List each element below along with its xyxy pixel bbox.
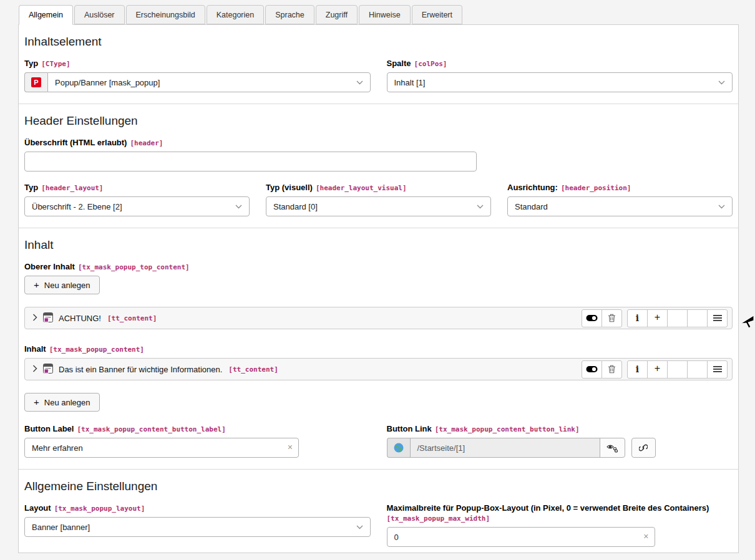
toggle-on-icon bbox=[586, 314, 598, 322]
tab-kategorien[interactable]: Kategorien bbox=[207, 5, 264, 24]
record-title[interactable]: Das ist ein Banner für wichtige Informat… bbox=[59, 365, 222, 374]
tab-ausloeser[interactable]: Auslöser bbox=[74, 5, 125, 24]
record-row-achtung: ACHTUNG! [tt_content] i + bbox=[24, 307, 733, 329]
tab-hinweise[interactable]: Hinweise bbox=[359, 5, 411, 24]
colpos-select[interactable]: Inhalt [1] bbox=[387, 72, 733, 92]
header-position-select[interactable]: Standard bbox=[507, 196, 733, 216]
section-heading: Allgemeine Einstellungen bbox=[24, 480, 733, 493]
chevron-down-icon bbox=[718, 205, 725, 209]
field-label: Layout bbox=[24, 503, 51, 513]
info-button[interactable]: i bbox=[627, 309, 648, 327]
empty-action-button bbox=[687, 360, 708, 379]
new-record-button-label: Neu anlegen bbox=[44, 398, 90, 407]
field-header-position: Ausrichtung:[header_position] Standard bbox=[507, 183, 733, 216]
field-code: [tx_mask_popup_layout] bbox=[54, 504, 145, 513]
chevron-down-icon bbox=[356, 80, 363, 85]
section-heading: Header Einstellungen bbox=[24, 114, 733, 128]
button-label-input[interactable] bbox=[24, 438, 299, 458]
field-code: [header] bbox=[130, 139, 163, 147]
field-label: Überschrift (HTML erlaubt) bbox=[24, 138, 127, 147]
section-inhaltselement: Inhaltselement Typ[CType] P Popup/Banner… bbox=[19, 25, 738, 104]
field-ctype: Typ[CType] P Popup/Banner [mask_popup] bbox=[24, 59, 371, 92]
field-code: [tx_mask_popup_content_button_label] bbox=[77, 425, 225, 433]
section-heading: Inhaltselement bbox=[24, 35, 733, 49]
field-code: [colPos] bbox=[414, 60, 447, 68]
section-header-einstellungen: Header Einstellungen Überschrift (HTML e… bbox=[19, 104, 738, 228]
tab-zugriff[interactable]: Zugriff bbox=[316, 5, 358, 24]
clear-icon[interactable]: × bbox=[288, 442, 293, 452]
field-label: Typ bbox=[24, 183, 38, 192]
record-table-code: [tt_content] bbox=[107, 314, 157, 322]
max-width-input[interactable] bbox=[387, 527, 655, 547]
link-icon bbox=[639, 443, 648, 452]
add-button[interactable]: + bbox=[647, 360, 668, 379]
new-record-button-label: Neu anlegen bbox=[44, 281, 90, 290]
menu-icon bbox=[713, 315, 722, 321]
field-label: Ausrichtung: bbox=[507, 183, 558, 192]
header-input[interactable] bbox=[24, 152, 477, 171]
layout-select-value: Banner [banner] bbox=[32, 523, 90, 532]
eye-link-icon bbox=[606, 443, 618, 453]
tab-erweitert[interactable]: Erweitert bbox=[412, 5, 462, 24]
header-layout-select[interactable]: Überschrift - 2. Ebene [2] bbox=[24, 196, 250, 216]
toggle-on-icon bbox=[586, 365, 598, 373]
new-record-button-main[interactable]: + Neu anlegen bbox=[24, 393, 100, 412]
field-button-link: Button Link[tx_mask_popup_content_button… bbox=[387, 424, 733, 458]
field-header-layout-visual: Typ (visuell)[header_layout_visual] Stan… bbox=[266, 183, 491, 216]
mouse-cursor bbox=[739, 314, 754, 331]
record-title[interactable]: ACHTUNG! bbox=[59, 314, 101, 323]
field-code: [tx_mask_popup_max_width] bbox=[387, 514, 733, 523]
content-record-icon bbox=[43, 364, 53, 375]
new-record-button-top[interactable]: + Neu anlegen bbox=[24, 276, 100, 294]
field-code: [header_layout_visual] bbox=[316, 184, 407, 192]
field-label: Oberer Inhalt bbox=[24, 262, 75, 271]
button-link-input[interactable]: /Startseite/[1] bbox=[410, 438, 600, 458]
trash-icon bbox=[608, 314, 616, 322]
drag-handle-button[interactable] bbox=[707, 309, 728, 327]
tab-erscheinungsbild[interactable]: Erscheinungsbild bbox=[126, 5, 205, 24]
chevron-down-icon bbox=[356, 525, 363, 529]
field-label: Button Link bbox=[387, 424, 432, 433]
section-inhalt: Inhalt Oberer Inhalt[tx_mask_popup_top_c… bbox=[19, 228, 738, 469]
delete-button[interactable] bbox=[602, 360, 622, 379]
field-layout: Layout[tx_mask_popup_layout] Banner [ban… bbox=[24, 503, 371, 547]
tab-sprache[interactable]: Sprache bbox=[265, 5, 314, 24]
empty-action-button bbox=[687, 309, 708, 327]
link-browser-button[interactable] bbox=[631, 438, 656, 458]
field-colpos: Spalte[colPos] Inhalt [1] bbox=[387, 59, 733, 92]
trash-icon bbox=[608, 365, 616, 374]
field-label: Typ bbox=[24, 59, 38, 68]
empty-action-button bbox=[667, 360, 688, 379]
add-button[interactable]: + bbox=[647, 309, 668, 327]
header-layout-select-value: Überschrift - 2. Ebene [2] bbox=[32, 202, 122, 211]
record-table-code: [tt_content] bbox=[228, 365, 278, 374]
plus-icon: + bbox=[34, 397, 39, 407]
header-position-select-value: Standard bbox=[515, 202, 548, 211]
chevron-right-icon[interactable] bbox=[32, 314, 37, 323]
drag-handle-button[interactable] bbox=[707, 360, 728, 379]
link-preview-button[interactable] bbox=[600, 438, 625, 458]
header-layout-visual-select[interactable]: Standard [0] bbox=[266, 196, 491, 216]
toggle-enable-button[interactable] bbox=[582, 309, 602, 327]
empty-action-button bbox=[667, 309, 688, 327]
field-label: Button Label bbox=[24, 424, 74, 433]
ctype-select[interactable]: Popup/Banner [mask_popup] bbox=[47, 72, 371, 92]
field-label: Typ (visuell) bbox=[266, 183, 313, 192]
menu-icon bbox=[713, 366, 722, 372]
clear-icon[interactable]: × bbox=[643, 531, 648, 541]
section-heading: Inhalt bbox=[24, 238, 733, 252]
field-code: [CType] bbox=[41, 60, 70, 68]
delete-button[interactable] bbox=[602, 309, 622, 327]
record-row-banner: Das ist ein Banner für wichtige Informat… bbox=[24, 358, 733, 380]
info-button[interactable]: i bbox=[627, 360, 648, 379]
tab-allgemein[interactable]: Allgemein bbox=[19, 5, 73, 25]
field-code: [header_position] bbox=[561, 184, 631, 192]
chevron-down-icon bbox=[718, 80, 725, 85]
chevron-right-icon[interactable] bbox=[32, 365, 37, 374]
field-header-layout: Typ[header_layout] Überschrift - 2. Eben… bbox=[24, 183, 250, 216]
toggle-enable-button[interactable] bbox=[582, 360, 602, 379]
chevron-down-icon bbox=[477, 205, 484, 209]
field-label: Spalte bbox=[387, 59, 411, 68]
field-code: [tx_mask_popup_content_button_link] bbox=[435, 425, 580, 433]
layout-select[interactable]: Banner [banner] bbox=[24, 517, 371, 537]
